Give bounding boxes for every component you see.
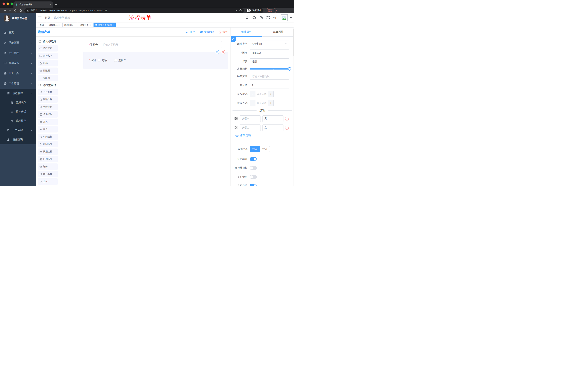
security-label[interactable]: 不安全 [31,9,37,12]
address-bar[interactable]: 不安全 dashboard.yudao.iocoder.cn/bpm/manag… [24,8,244,13]
component-item-counter[interactable]: 123 计数器 [38,67,58,74]
style-default-button[interactable]: 默认 [250,146,260,152]
back-icon[interactable] [3,9,6,12]
component-item-date-range[interactable]: 日期范围 [38,156,58,162]
gender-option1-checkbox[interactable]: 选项一 [98,59,110,62]
border-switch[interactable] [250,166,257,170]
canvas-field-phone[interactable]: *手机号 [83,41,228,48]
fullscreen-icon[interactable] [266,16,270,20]
plus-button[interactable]: + [268,100,273,106]
component-item-upload[interactable]: 上传 [38,178,58,185]
component-item-date[interactable]: 日期选择 [38,149,58,155]
sidebar-item-user-group[interactable]: 用户分组 [0,107,36,116]
field-name-input[interactable] [250,50,289,56]
component-item-checkbox-group[interactable]: 多选框组 [38,111,58,117]
sidebar-item-process-mgmt[interactable]: 流程管理 [0,89,36,98]
view-json-button[interactable]: 查看json [200,30,214,34]
min-select-stepper[interactable]: − + [250,91,274,97]
phone-input[interactable] [100,41,222,48]
window-controls[interactable] [2,2,13,5]
drag-handle-icon[interactable] [234,117,238,120]
component-item-password[interactable]: 密码 [38,60,58,66]
tag-process-form[interactable]: 流程表单× [78,22,92,27]
browser-tab[interactable]: 芋道管理系统 × [13,1,53,8]
sidebar-item-infra[interactable]: 基础设施 [0,58,36,68]
clear-button[interactable]: 清空 [219,30,228,34]
close-icon[interactable]: × [113,24,114,26]
option-label-input[interactable] [240,115,261,122]
close-window-button[interactable] [2,2,5,5]
copy-component-button[interactable] [215,50,220,54]
save-button[interactable]: 保存 [186,30,195,34]
zoom-window-button[interactable] [10,2,13,5]
chevron-down-icon[interactable] [291,12,293,12]
sidebar-item-workflow[interactable]: 工作流程 [0,78,36,89]
tab-form-props[interactable]: 表单属性 [262,28,294,36]
minus-button[interactable]: − [250,91,255,97]
option-label-input[interactable] [240,125,261,131]
chevron-down-icon[interactable] [290,17,292,18]
label-width-input[interactable] [250,73,289,80]
url-text[interactable]: dashboard.yudao.iocoder.cn/bpm/manager/f… [41,9,107,12]
show-label-switch[interactable] [250,157,257,161]
sidebar-item-process-form[interactable]: 流程表单 [0,98,36,107]
component-item-select[interactable]: 下拉选择 [38,89,58,95]
option-value-input[interactable] [262,125,284,131]
star-icon[interactable] [239,9,242,12]
search-icon[interactable] [246,16,249,20]
update-button[interactable]: 更新 [266,8,276,13]
component-item-color[interactable]: 颜色选择 [38,171,58,177]
default-value-input[interactable] [250,82,289,88]
sidebar-item-system[interactable]: 系统管理 [0,38,36,48]
tab-component-props[interactable]: 组件属性 [231,28,262,36]
sidebar-item-process-model[interactable]: 流程模型 [0,116,36,125]
remove-option-button[interactable]: − [285,126,289,130]
form-grid-slider[interactable] [250,68,291,70]
component-item-slider[interactable]: 滑块 [38,126,58,132]
sidebar-item-payment[interactable]: 支付管理 [0,48,36,58]
max-select-input[interactable] [255,100,268,106]
key-icon[interactable] [235,9,238,12]
component-item-time[interactable]: 时间选择 [38,134,58,140]
component-item-time-range[interactable]: 时间范围 [38,141,58,148]
component-item-editor[interactable]: 编辑器 [38,75,58,81]
font-size-icon[interactable]: TT [273,16,277,20]
slider-handle[interactable] [288,67,291,71]
forward-icon[interactable] [9,9,11,12]
add-option-button[interactable]: 添加选项 [231,134,294,137]
tag-process-definition[interactable]: 流程定义× [47,22,61,27]
option-value-input[interactable] [262,115,284,122]
tag-process-form-edit[interactable]: 流程表单-编辑× [94,22,116,27]
close-icon[interactable]: × [74,24,75,26]
canvas-field-gender-selected[interactable]: *性别 选项一 选项二 [83,52,228,69]
link-handle[interactable] [231,37,236,42]
tag-home[interactable]: 首页 [38,22,46,27]
breadcrumb-home[interactable]: 首页 [45,16,50,20]
remove-option-button[interactable]: − [285,117,289,120]
sidebar-item-devtools[interactable]: 研发工具 [0,68,36,78]
tab-close-icon[interactable]: × [50,3,51,6]
sidebar-item-home[interactable]: 首页 [0,28,36,38]
component-item-cascader[interactable]: 级联选择 [38,96,58,103]
gender-option2-checkbox[interactable]: 选项二 [114,59,126,62]
new-tab-button[interactable]: + [55,2,57,7]
component-item-rate[interactable]: 评分 [38,163,58,170]
scrollbar[interactable] [293,28,294,186]
delete-component-button[interactable] [221,50,225,54]
sidebar-item-leave-query[interactable]: 请假查询 [0,135,36,144]
minimize-window-button[interactable] [7,2,9,5]
question-icon[interactable] [259,16,263,20]
sidebar-item-task-mgmt[interactable]: 任务管理 [0,125,36,135]
component-item-switch[interactable]: 开关 [38,119,58,125]
component-type-select[interactable]: 多选框组 [250,41,289,47]
component-item-multi-text[interactable]: 多行文本 [38,53,58,59]
min-select-input[interactable] [255,91,268,97]
max-select-stepper[interactable]: − + [250,100,274,106]
drag-handle-icon[interactable] [234,126,238,129]
close-icon[interactable]: × [58,24,60,26]
plus-button[interactable]: + [268,91,273,97]
reload-icon[interactable] [14,9,17,12]
github-icon[interactable] [252,16,256,20]
style-button-button[interactable]: 按钮 [260,146,270,152]
disabled-switch[interactable] [250,175,257,179]
